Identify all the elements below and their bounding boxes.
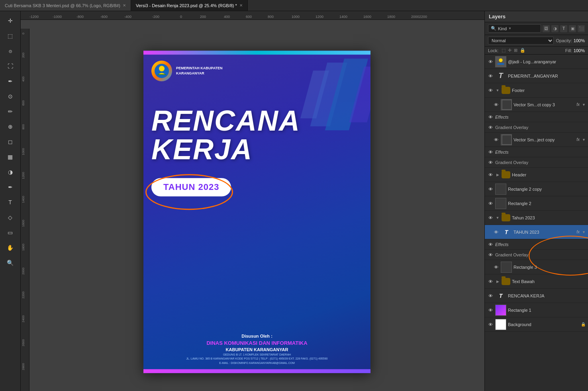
eye-effects-2[interactable]: 👁 bbox=[487, 149, 494, 155]
layer-rencana-kerja[interactable]: 👁 T RENCANA KERJA bbox=[485, 289, 588, 303]
fx-vector-copy3[interactable]: fx bbox=[576, 102, 580, 107]
gradient-overlay-item-3[interactable]: 👁 Gradient Overlay bbox=[485, 250, 588, 260]
layer-pemerint-text[interactable]: 👁 T PEMERINT...ANGANYAR bbox=[485, 69, 588, 83]
layer-tahun2023-text-name: TAHUN 2023 bbox=[514, 230, 574, 235]
eye-tahun2023-text[interactable]: 👁 bbox=[493, 229, 499, 235]
layer-vector-copy3[interactable]: 👁 Vector Sm...ct copy 3 fx ▼ bbox=[485, 98, 588, 112]
type-tool[interactable]: T bbox=[4, 196, 17, 209]
eye-gradient-3[interactable]: 👁 bbox=[487, 252, 494, 258]
eye-rect3[interactable]: 👁 bbox=[493, 264, 499, 270]
filter-smart-icon[interactable]: ⬛ bbox=[578, 25, 585, 32]
tab-1[interactable]: Cuti Bersama SKB 3 Menteri.psd @ 66.7% (… bbox=[0, 0, 131, 11]
gradient-label-1: Gradient Overlay bbox=[495, 125, 528, 130]
expand-text-bawah[interactable]: ▶ bbox=[495, 279, 500, 284]
layer-header-group[interactable]: 👁 ▶ Header bbox=[485, 168, 588, 182]
lock-pixels-icon[interactable]: ⬚ bbox=[502, 48, 506, 53]
eye-text-bawah[interactable]: 👁 bbox=[487, 278, 494, 285]
eye-pemerint[interactable]: 👁 bbox=[487, 73, 494, 79]
effects-item-1[interactable]: 👁 Effects bbox=[485, 112, 588, 122]
eye-effects-3[interactable]: 👁 bbox=[487, 241, 494, 248]
gradient-overlay-item-2[interactable]: 👁 Gradient Overlay bbox=[485, 157, 588, 168]
hand-tool[interactable]: ✋ bbox=[4, 241, 17, 254]
eye-footer[interactable]: 👁 bbox=[487, 87, 494, 94]
eye-rect2-copy[interactable]: 👁 bbox=[487, 186, 494, 192]
gradient-overlay-item-1[interactable]: 👁 Gradient Overlay bbox=[485, 122, 588, 133]
zoom-tool[interactable]: 🔍 bbox=[4, 256, 17, 269]
layer-tahun2023-text[interactable]: 👁 T TAHUN 2023 fx ▼ bbox=[485, 225, 588, 239]
eye-gradient-2[interactable]: 👁 bbox=[487, 159, 494, 166]
opacity-label: Opacity: bbox=[556, 38, 572, 43]
fx-tahun2023[interactable]: fx bbox=[576, 230, 580, 234]
lock-artboard-icon[interactable]: ⊞ bbox=[514, 48, 517, 53]
eyedropper-tool[interactable]: ✒ bbox=[4, 75, 17, 88]
eye-header[interactable]: 👁 bbox=[487, 172, 494, 178]
fill-value[interactable]: 100% bbox=[574, 48, 585, 53]
lock-all-icon[interactable]: 🔒 bbox=[520, 48, 525, 53]
filter-pixel-icon[interactable]: 🖼 bbox=[543, 25, 550, 32]
thumb-vector-copy bbox=[501, 134, 512, 145]
layer-text-bawah-group[interactable]: 👁 ▶ Text Bawah bbox=[485, 274, 588, 289]
layer-footer-group[interactable]: 👁 ▼ Footer bbox=[485, 83, 588, 98]
layer-tahun2023-group[interactable]: 👁 ▼ Tahun 2023 bbox=[485, 211, 588, 225]
tab-2[interactable]: Versi3 - Desain Renja 2023.psd @ 25.4% (… bbox=[131, 0, 248, 11]
filter-type-icon[interactable]: T bbox=[560, 25, 567, 32]
eye-vector-copy[interactable]: 👁 bbox=[493, 137, 499, 143]
chevron-vector-copy3[interactable]: ▼ bbox=[582, 103, 586, 107]
filter-adjust-icon[interactable]: ◑ bbox=[551, 25, 559, 32]
opacity-value[interactable]: 100% bbox=[574, 38, 585, 43]
eye-logo[interactable]: 👁 bbox=[487, 59, 494, 65]
thumb-rect2-copy bbox=[495, 184, 506, 195]
layer-logo[interactable]: 👁 @jadi - Log...aranganyar bbox=[485, 55, 588, 69]
svg-point-1 bbox=[159, 66, 165, 71]
select-tool[interactable]: ⬚ bbox=[4, 29, 17, 42]
canvas-scroll[interactable]: PEMERINTAH KABUPATEN KARANGANYAR RENCANA… bbox=[29, 20, 484, 391]
layer-list[interactable]: 👁 @jadi - Log...aranganyar 👁 T PEMERINT.… bbox=[485, 55, 588, 391]
effects-item-2[interactable]: 👁 Effects bbox=[485, 147, 588, 157]
eye-rect2[interactable]: 👁 bbox=[487, 200, 494, 207]
eraser-tool[interactable]: ◻ bbox=[4, 135, 17, 148]
shape-tool[interactable]: ▭ bbox=[4, 226, 17, 239]
footer-area: Disusun Oleh : DINAS KOMUNIKASI DAN INFO… bbox=[143, 334, 370, 366]
layer-vector-copy[interactable]: 👁 Vector Sm...ject copy fx ▼ bbox=[485, 133, 588, 147]
lock-position-icon[interactable]: ✛ bbox=[508, 48, 512, 53]
blend-mode-select[interactable]: Normal bbox=[488, 37, 554, 45]
expand-footer[interactable]: ▼ bbox=[495, 88, 500, 93]
eye-gradient-1[interactable]: 👁 bbox=[487, 124, 494, 131]
layer-rect3[interactable]: 👁 Rectangle 3 bbox=[485, 260, 588, 274]
kind-filter[interactable]: 🔍 Kind ▼ bbox=[488, 24, 541, 33]
path-tool[interactable]: ◇ bbox=[4, 211, 17, 224]
eye-rect1[interactable]: 👁 bbox=[487, 307, 494, 313]
chevron-tahun2023[interactable]: ▼ bbox=[582, 230, 586, 234]
main-title: RENCANA KERJA bbox=[151, 106, 300, 164]
layer-rect1[interactable]: 👁 Rectangle 1 bbox=[485, 303, 588, 317]
layer-background[interactable]: 👁 Background 🔒 bbox=[485, 317, 588, 332]
layer-rect2-copy[interactable]: 👁 Rectangle 2 copy bbox=[485, 182, 588, 196]
layer-tahun2023-name: Tahun 2023 bbox=[512, 215, 586, 220]
spot-heal-tool[interactable]: ⊙ bbox=[4, 90, 17, 103]
fx-vector-copy[interactable]: fx bbox=[576, 137, 580, 142]
clone-tool[interactable]: ⊕ bbox=[4, 120, 17, 133]
brush-tool[interactable]: ✏ bbox=[4, 105, 17, 118]
eye-vector-copy3[interactable]: 👁 bbox=[493, 102, 499, 108]
move-tool[interactable]: ✛ bbox=[4, 14, 17, 27]
effects-item-3[interactable]: 👁 Effects bbox=[485, 239, 588, 250]
tab-1-close[interactable]: ✕ bbox=[123, 3, 126, 8]
expand-tahun2023[interactable]: ▼ bbox=[495, 215, 500, 220]
eye-background[interactable]: 👁 bbox=[487, 321, 494, 328]
dodge-tool[interactable]: ◑ bbox=[4, 166, 17, 178]
layer-rect2[interactable]: 👁 Rectangle 2 bbox=[485, 196, 588, 211]
lasso-tool[interactable]: ⌾ bbox=[4, 45, 17, 57]
svg-rect-10 bbox=[496, 198, 506, 209]
tab-2-close[interactable]: ✕ bbox=[239, 3, 243, 8]
thumb-tahun2023-text: T bbox=[501, 227, 512, 238]
eye-tahun2023[interactable]: 👁 bbox=[487, 215, 494, 221]
eye-effects-1[interactable]: 👁 bbox=[487, 114, 494, 120]
expand-header[interactable]: ▶ bbox=[495, 172, 500, 177]
gradient-tool[interactable]: ▦ bbox=[4, 151, 17, 163]
layer-vector-copy3-name: Vector Sm...ct copy 3 bbox=[514, 102, 574, 107]
crop-tool[interactable]: ⛶ bbox=[4, 60, 17, 72]
chevron-vector-copy[interactable]: ▼ bbox=[582, 138, 586, 142]
pen-tool[interactable]: ✒ bbox=[4, 181, 17, 194]
filter-shape-icon[interactable]: ▣ bbox=[569, 25, 576, 32]
eye-rencana-kerja[interactable]: 👁 bbox=[487, 293, 494, 299]
